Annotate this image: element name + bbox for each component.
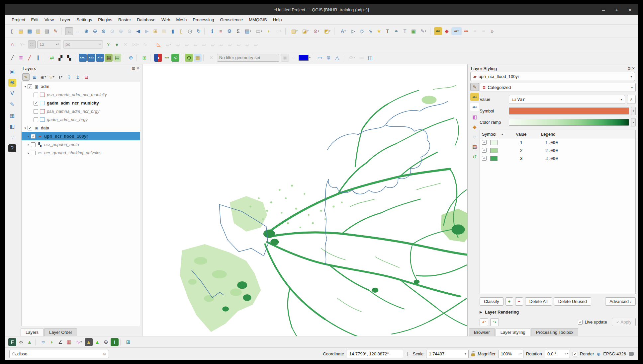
zoom-to-layer-icon[interactable]: ⊚ xyxy=(117,27,125,35)
remove-layer-icon[interactable]: ⊟ xyxy=(83,73,90,81)
open-project-icon[interactable]: ▤ xyxy=(17,27,25,35)
zoom-native-icon[interactable]: ⊜ xyxy=(126,27,134,35)
curve-digitize-icon[interactable]: ∿ xyxy=(141,40,149,48)
close-panel-icon[interactable]: ✕ xyxy=(632,66,635,71)
add-circle-feature-icon[interactable]: ⊚ xyxy=(324,54,332,62)
filter-expression-icon[interactable]: ε xyxy=(57,73,64,81)
layer-row[interactable]: ▸ ▭ ncr_ground_shaking_phivolcs xyxy=(22,149,140,157)
deselect-features-icon[interactable]: ⊘ xyxy=(311,27,322,35)
snapping-icon[interactable]: ∩ xyxy=(8,40,16,48)
pan-map-icon[interactable]: ↔ xyxy=(65,27,73,35)
offset-curve-icon[interactable]: ▱ xyxy=(226,40,234,48)
live-update-checkbox[interactable] xyxy=(578,320,583,325)
add-form-annotation-icon[interactable]: T xyxy=(401,27,409,35)
share-icon[interactable]: < xyxy=(171,54,179,62)
layer-checkbox[interactable] xyxy=(34,109,38,114)
layer-label[interactable]: psa_namria_adm_ncr_municity xyxy=(47,92,107,97)
zoom-last-icon[interactable]: ◀ xyxy=(134,27,142,35)
toolbar-button[interactable] xyxy=(203,54,206,61)
value-column-header[interactable]: Value xyxy=(516,132,541,137)
save-project-icon[interactable]: ▦ xyxy=(26,27,34,35)
spin-arrows-icon[interactable]: ▲▼ xyxy=(564,353,570,355)
color-ramp-dropdown-icon[interactable]: ▾ xyxy=(631,118,636,126)
labels-tab-icon[interactable]: abc xyxy=(470,93,479,101)
messages-icon[interactable] xyxy=(629,352,634,356)
toolbar-button[interactable] xyxy=(430,28,432,35)
add-rect-feature-icon[interactable]: ▭ xyxy=(316,54,324,62)
symbology-tab-icon[interactable]: ✎ xyxy=(470,83,479,91)
zoom-next-icon[interactable]: ▶ xyxy=(143,27,151,35)
masks-tab-icon[interactable]: abc xyxy=(470,103,479,111)
toolbar-button[interactable] xyxy=(204,28,207,35)
qgis-hub-icon[interactable]: hub xyxy=(163,54,171,62)
crs-globe-icon[interactable]: ⊕ xyxy=(597,351,601,357)
select-features-icon[interactable]: ▧ xyxy=(289,27,300,35)
offset-point-symbols-icon[interactable]: ╱ xyxy=(8,54,16,62)
apply-button[interactable]: ✓ Apply xyxy=(612,318,636,326)
label-rotate-icon[interactable]: ab xyxy=(480,27,488,35)
layer-label[interactable]: ncr_popden_meta xyxy=(44,142,79,147)
toolbar-button[interactable] xyxy=(285,28,288,35)
menu-layer[interactable]: Layer xyxy=(57,16,74,24)
tab-layers[interactable]: Layers xyxy=(21,328,44,336)
layer-row[interactable]: psa_namria_adm_ncr_brgy xyxy=(22,107,140,115)
label-select-icon[interactable]: ▷ xyxy=(349,27,357,35)
expander-icon[interactable]: ▸ xyxy=(26,143,31,146)
plugin-search-binoculars-icon[interactable]: ∞ xyxy=(17,338,25,346)
menu-edit[interactable]: Edit xyxy=(28,16,41,24)
layout-manager-icon[interactable]: ▧ xyxy=(43,27,51,35)
new-bookmark-icon[interactable]: ▯ xyxy=(177,27,185,35)
category-checkbox[interactable] xyxy=(482,156,487,161)
expander-icon[interactable]: ▸ xyxy=(26,151,31,155)
magnifier-input[interactable] xyxy=(499,351,517,356)
add-text-annotation-icon[interactable]: T xyxy=(384,27,392,35)
plugin-layers-copy-icon[interactable]: ⊞ xyxy=(124,338,132,346)
layer-checkbox[interactable] xyxy=(34,101,38,106)
remove-category-button[interactable]: − xyxy=(515,297,523,306)
spin-arrows-icon[interactable]: ▲▼ xyxy=(55,43,61,45)
collapse-arrow-icon[interactable]: ▶ xyxy=(480,310,482,314)
statistical-summary-icon[interactable]: ≡ xyxy=(217,27,225,35)
plugin-plot-icon[interactable]: ∠ xyxy=(56,338,64,346)
vertex-tool-icon[interactable]: ✕ xyxy=(122,40,130,48)
minimize-button[interactable]: – xyxy=(600,7,606,13)
filter-visible-icon[interactable]: ◉ xyxy=(281,54,289,62)
spin-arrows-icon[interactable]: ▲▼ xyxy=(517,353,523,355)
select-by-location-icon[interactable]: ◩ xyxy=(322,27,332,35)
plugin-info-icon[interactable]: i xyxy=(111,338,119,346)
zoom-out-icon[interactable]: ⊖ xyxy=(91,27,99,35)
menu-raster[interactable]: Raster xyxy=(115,16,134,24)
toolbar-button[interactable] xyxy=(181,54,183,61)
tab-processing-toolbox[interactable]: Processing Toolbox xyxy=(531,328,579,336)
tab-layer-styling[interactable]: Layer Styling xyxy=(496,328,530,336)
show-statistics-icon[interactable]: Σ xyxy=(234,27,242,35)
chevron-down-icon[interactable]: ▾ xyxy=(309,56,311,59)
plugin-dem-icon[interactable]: ▲ xyxy=(93,338,101,346)
plugin-python-icon[interactable]: Py xyxy=(39,338,47,346)
pan-to-selection-icon[interactable]: ↔ xyxy=(74,27,82,35)
search-layers-icon[interactable]: Q xyxy=(185,54,193,62)
float-panel-icon[interactable]: ⊡ xyxy=(132,66,135,71)
menu-processing[interactable]: Processing xyxy=(190,16,217,24)
snap-unit-combo[interactable]: px ▾ xyxy=(63,40,103,48)
render-checkbox[interactable] xyxy=(573,352,577,356)
advanced-button[interactable]: Advanced▾ xyxy=(605,297,636,306)
new-map-view-icon[interactable]: ⊞ xyxy=(151,27,159,35)
label-abc-icon[interactable]: abc xyxy=(434,27,442,35)
layer-label[interactable]: gadm_adm_ncr_municity xyxy=(47,101,99,106)
add-image-annotation-icon[interactable]: ▣ xyxy=(410,27,417,35)
open-styling-dock-icon[interactable]: ✎ xyxy=(22,73,30,81)
expand-all-icon[interactable]: ↧ xyxy=(65,73,73,81)
clear-filter-icon[interactable]: ✕ xyxy=(207,54,215,62)
menu-help[interactable]: Help xyxy=(270,16,285,24)
category-swatch[interactable] xyxy=(490,156,498,161)
menu-geoscience[interactable]: Geoscience xyxy=(217,16,246,24)
split-features-icon[interactable]: ▱ xyxy=(243,40,251,48)
add-line-annotation-icon[interactable]: ∿ xyxy=(366,27,374,35)
scale-combo[interactable]: 1:74497 ▾ xyxy=(426,350,469,358)
expression-builder-button[interactable]: ε xyxy=(627,95,636,104)
move-feature-icon[interactable]: ▱ xyxy=(163,40,174,48)
help-icon[interactable]: ? xyxy=(8,144,16,152)
topology-icon[interactable]: Y xyxy=(17,40,27,48)
expander-icon[interactable]: ▾ xyxy=(23,126,28,130)
